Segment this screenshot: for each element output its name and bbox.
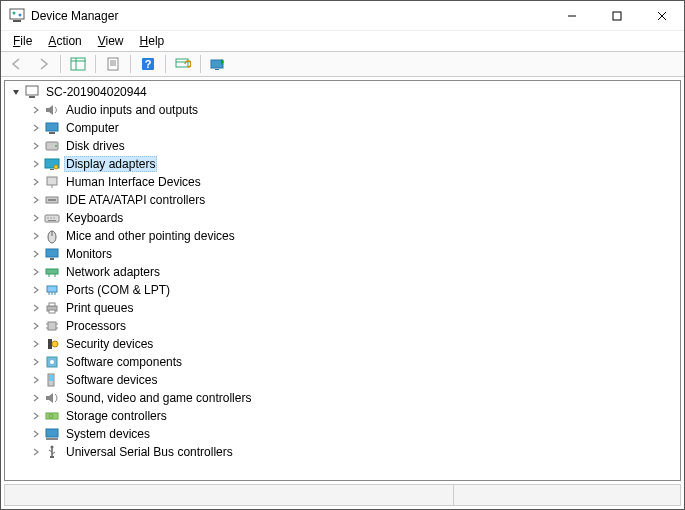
update-driver-button[interactable] — [206, 53, 230, 75]
menu-file[interactable]: File — [7, 33, 38, 49]
tree-item[interactable]: Human Interface Devices — [29, 173, 680, 191]
tree-item[interactable]: Universal Serial Bus controllers — [29, 443, 680, 461]
chevron-right-icon[interactable] — [29, 121, 43, 135]
tree-item[interactable]: Keyboards — [29, 209, 680, 227]
chevron-right-icon[interactable] — [29, 355, 43, 369]
chevron-right-icon[interactable] — [29, 409, 43, 423]
chevron-down-icon[interactable] — [9, 85, 23, 99]
back-button[interactable] — [5, 53, 29, 75]
computer-icon — [44, 120, 60, 136]
tree-item-label: System devices — [64, 427, 152, 441]
ide-icon — [44, 192, 60, 208]
close-button[interactable] — [639, 1, 684, 31]
chevron-right-icon[interactable] — [29, 265, 43, 279]
show-hide-tree-button[interactable] — [66, 53, 90, 75]
tree-root[interactable]: SC-201904020944 — [9, 83, 680, 101]
chevron-right-icon[interactable] — [29, 427, 43, 441]
monitor-icon — [44, 246, 60, 262]
forward-button[interactable] — [31, 53, 55, 75]
minimize-button[interactable] — [549, 1, 594, 31]
svg-rect-43 — [46, 269, 58, 274]
maximize-button[interactable] — [594, 1, 639, 31]
chevron-right-icon[interactable] — [29, 337, 43, 351]
tree-item[interactable]: Disk drives — [29, 137, 680, 155]
statusbar — [4, 484, 681, 506]
hid-icon — [44, 174, 60, 190]
chevron-right-icon[interactable] — [29, 445, 43, 459]
speaker-icon — [44, 102, 60, 118]
tree-item[interactable]: Print queues — [29, 299, 680, 317]
svg-rect-41 — [46, 249, 58, 257]
tree-root-label: SC-201904020944 — [44, 85, 149, 99]
chevron-right-icon[interactable] — [29, 319, 43, 333]
swcomp-icon — [44, 354, 60, 370]
svg-rect-1 — [13, 20, 21, 22]
chevron-right-icon[interactable] — [29, 391, 43, 405]
tree-item[interactable]: Software components — [29, 353, 680, 371]
svg-rect-67 — [46, 438, 58, 440]
tree-item[interactable]: Storage controllers — [29, 407, 680, 425]
svg-point-36 — [50, 217, 51, 218]
tree-item[interactable]: Software devices — [29, 371, 680, 389]
chevron-right-icon[interactable] — [29, 193, 43, 207]
scan-hardware-button[interactable] — [171, 53, 195, 75]
tree-item-label: Network adapters — [64, 265, 162, 279]
svg-point-26 — [55, 145, 57, 147]
tree-item-label: Keyboards — [64, 211, 125, 225]
chevron-right-icon[interactable] — [29, 211, 43, 225]
chevron-right-icon[interactable] — [29, 103, 43, 117]
svg-rect-8 — [71, 58, 85, 70]
tree-item-label: Security devices — [64, 337, 155, 351]
chevron-right-icon[interactable] — [29, 301, 43, 315]
svg-point-29 — [54, 165, 58, 169]
svg-rect-51 — [49, 303, 55, 306]
tree-item[interactable]: Network adapters — [29, 263, 680, 281]
svg-rect-11 — [108, 58, 118, 70]
tree-item[interactable]: Processors — [29, 317, 680, 335]
tree-item[interactable]: Security devices — [29, 335, 680, 353]
tree-item[interactable]: Mice and other pointing devices — [29, 227, 680, 245]
chevron-right-icon[interactable] — [29, 175, 43, 189]
tree-item[interactable]: IDE ATA/ATAPI controllers — [29, 191, 680, 209]
svg-point-59 — [52, 341, 58, 347]
mouse-icon — [44, 228, 60, 244]
tree-item[interactable]: Display adapters — [29, 155, 680, 173]
tree-item-label: Monitors — [64, 247, 114, 261]
properties-button[interactable] — [101, 53, 125, 75]
svg-rect-5 — [613, 12, 621, 20]
keyboard-icon — [44, 210, 60, 226]
chevron-right-icon[interactable] — [29, 229, 43, 243]
svg-point-2 — [13, 11, 16, 14]
svg-point-61 — [50, 360, 54, 364]
svg-rect-52 — [49, 310, 55, 313]
svg-rect-20 — [215, 69, 219, 70]
tree-item-label: Computer — [64, 121, 121, 135]
svg-rect-33 — [48, 199, 56, 201]
network-icon — [44, 264, 60, 280]
toolbar-separator — [130, 55, 131, 73]
chevron-right-icon[interactable] — [29, 283, 43, 297]
tree-item[interactable]: Audio inputs and outputs — [29, 101, 680, 119]
tree-item[interactable]: System devices — [29, 425, 680, 443]
tree-item-label: Audio inputs and outputs — [64, 103, 200, 117]
menu-view[interactable]: View — [92, 33, 130, 49]
tree-item-label: Sound, video and game controllers — [64, 391, 253, 405]
tree-item-label: IDE ATA/ATAPI controllers — [64, 193, 207, 207]
menu-action[interactable]: Action — [42, 33, 87, 49]
chevron-right-icon[interactable] — [29, 247, 43, 261]
computer-icon — [24, 84, 40, 100]
tree-item[interactable]: Monitors — [29, 245, 680, 263]
svg-rect-21 — [26, 86, 38, 95]
svg-point-35 — [47, 217, 48, 218]
storage-icon — [44, 408, 60, 424]
tree-panel[interactable]: SC-201904020944 Audio inputs and outputs… — [4, 80, 681, 481]
tree-item-label: Storage controllers — [64, 409, 169, 423]
tree-item[interactable]: Computer — [29, 119, 680, 137]
tree-item[interactable]: Sound, video and game controllers — [29, 389, 680, 407]
help-button[interactable]: ? — [136, 53, 160, 75]
chevron-right-icon[interactable] — [29, 139, 43, 153]
chevron-right-icon[interactable] — [29, 157, 43, 171]
chevron-right-icon[interactable] — [29, 373, 43, 387]
tree-item[interactable]: Ports (COM & LPT) — [29, 281, 680, 299]
menu-help[interactable]: Help — [134, 33, 171, 49]
